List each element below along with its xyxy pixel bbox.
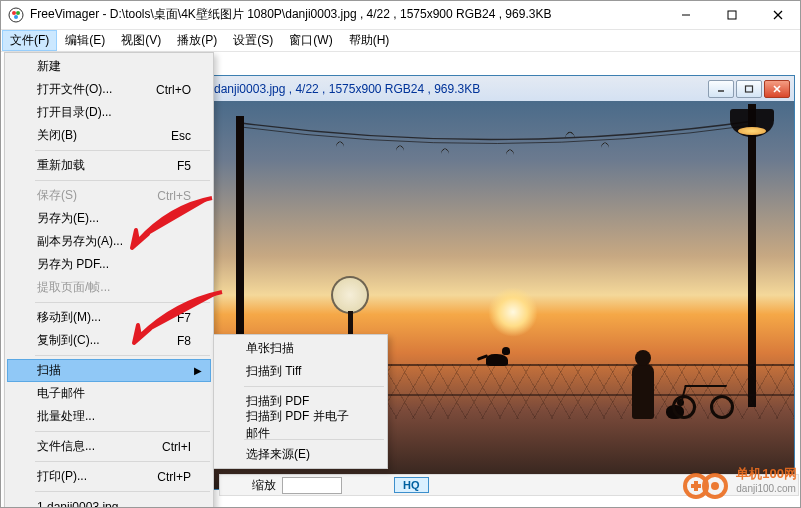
window-titlebar: FreeVimager - D:\tools\桌面\4K壁纸图片 1080P\d… bbox=[0, 0, 801, 30]
submenu-item[interactable]: 扫描到 PDF 并电子邮件 bbox=[216, 413, 385, 436]
submenu-item[interactable]: 选择来源(E) bbox=[216, 443, 385, 466]
menu-item[interactable]: 电子邮件 bbox=[7, 382, 211, 405]
child-titlebar[interactable]: danji0003.jpg , 4/22 , 1575x900 RGB24 , … bbox=[206, 76, 794, 101]
menu-file[interactable]: 文件(F) bbox=[2, 30, 57, 51]
child-close-button[interactable] bbox=[764, 80, 790, 98]
menu-help[interactable]: 帮助(H) bbox=[341, 30, 398, 51]
submenu-arrow-icon: ▶ bbox=[194, 365, 202, 376]
menu-view[interactable]: 视图(V) bbox=[113, 30, 169, 51]
menu-item[interactable]: 另存为 PDF... bbox=[7, 253, 211, 276]
menu-item[interactable]: 新建 bbox=[7, 55, 211, 78]
submenu-item[interactable]: 扫描到 Tiff bbox=[216, 360, 385, 383]
svg-point-14 bbox=[711, 482, 719, 490]
svg-point-1 bbox=[12, 11, 16, 15]
file-menu-dropdown: 新建打开文件(O)...Ctrl+O打开目录(D)...关闭(B)Esc重新加载… bbox=[4, 52, 214, 508]
menu-item[interactable]: 批量处理... bbox=[7, 405, 211, 428]
menu-item[interactable]: 文件信息...Ctrl+I bbox=[7, 435, 211, 458]
menu-item[interactable]: 移动到(M)...F7 bbox=[7, 306, 211, 329]
svg-rect-5 bbox=[728, 11, 736, 19]
watermark: 单机100网danji100.com bbox=[682, 462, 797, 500]
window-controls bbox=[663, 0, 801, 29]
minimize-button[interactable] bbox=[663, 0, 709, 30]
app-icon bbox=[8, 7, 24, 23]
child-minimize-button[interactable] bbox=[708, 80, 734, 98]
child-maximize-button[interactable] bbox=[736, 80, 762, 98]
svg-point-2 bbox=[16, 11, 20, 15]
menu-item: 提取页面/帧... bbox=[7, 276, 211, 299]
menu-item[interactable]: 复制到(C)...F8 bbox=[7, 329, 211, 352]
submenu-item[interactable]: 单张扫描 bbox=[216, 337, 385, 360]
svg-point-3 bbox=[14, 15, 18, 19]
menu-item[interactable]: 另存为(E)... bbox=[7, 207, 211, 230]
close-button[interactable] bbox=[755, 0, 801, 30]
scan-submenu: 单张扫描扫描到 Tiff扫描到 PDF扫描到 PDF 并电子邮件选择来源(E) bbox=[213, 334, 388, 469]
menu-item[interactable]: 打开目录(D)... bbox=[7, 101, 211, 124]
child-title: danji0003.jpg , 4/22 , 1575x900 RGB24 , … bbox=[210, 82, 708, 96]
svg-rect-9 bbox=[746, 86, 753, 92]
zoom-label: 缩放 bbox=[252, 477, 276, 494]
menu-edit[interactable]: 编辑(E) bbox=[57, 30, 113, 51]
menu-item[interactable]: 关闭(B)Esc bbox=[7, 124, 211, 147]
menu-item[interactable]: 1 danji0003.jpg bbox=[7, 495, 211, 508]
menu-item[interactable]: 副本另存为(A)... bbox=[7, 230, 211, 253]
menu-item[interactable]: 重新加载F5 bbox=[7, 154, 211, 177]
menu-window[interactable]: 窗口(W) bbox=[281, 30, 340, 51]
zoom-input[interactable] bbox=[282, 477, 342, 494]
menu-play[interactable]: 播放(P) bbox=[169, 30, 225, 51]
menu-settings[interactable]: 设置(S) bbox=[225, 30, 281, 51]
menubar: 文件(F) 编辑(E) 视图(V) 播放(P) 设置(S) 窗口(W) 帮助(H… bbox=[0, 30, 801, 52]
menu-item[interactable]: 打开文件(O)...Ctrl+O bbox=[7, 78, 211, 101]
maximize-button[interactable] bbox=[709, 0, 755, 30]
hq-button[interactable]: HQ bbox=[394, 477, 429, 493]
menu-item: 保存(S)Ctrl+S bbox=[7, 184, 211, 207]
menu-item[interactable]: 打印(P)...Ctrl+P bbox=[7, 465, 211, 488]
menu-item[interactable]: 扫描▶ bbox=[7, 359, 211, 382]
window-title: FreeVimager - D:\tools\桌面\4K壁纸图片 1080P\d… bbox=[30, 6, 663, 23]
